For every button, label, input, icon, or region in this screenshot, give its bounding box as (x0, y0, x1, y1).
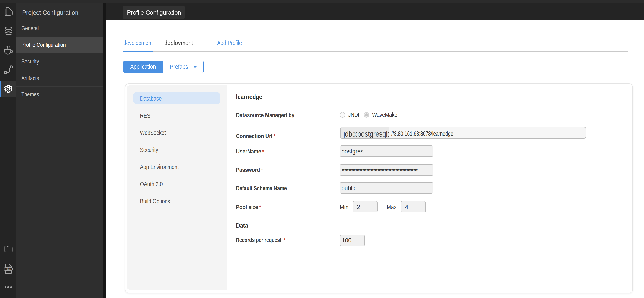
svg-text:LOG: LOG (6, 268, 11, 270)
